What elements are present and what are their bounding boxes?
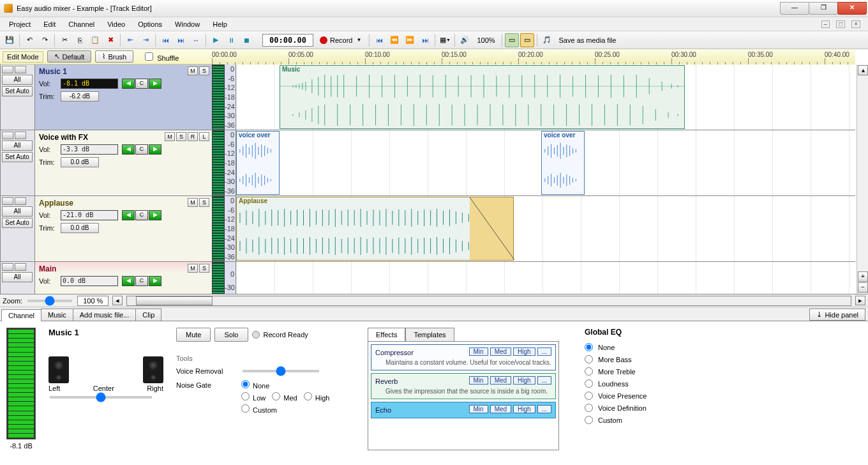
effect-reverb[interactable]: ReverbMinMedHigh...Gives the impression … (371, 373, 556, 399)
vol-left-icon[interactable]: ◀ (122, 79, 135, 89)
tab-add-music[interactable]: Add music file... (73, 309, 137, 321)
menu-help[interactable]: Help (206, 19, 234, 29)
trim-value[interactable]: -6.2 dB (61, 91, 99, 102)
loop-flag[interactable]: L (199, 132, 209, 141)
zoom-out-icon[interactable]: − (858, 282, 868, 293)
mode-default-button[interactable]: ↖ Default (47, 50, 92, 63)
pan-slider[interactable] (50, 396, 152, 399)
horizontal-scrollbar[interactable] (126, 296, 851, 306)
maximize-button[interactable]: ❐ (809, 2, 838, 15)
tab-channel[interactable]: Channel (1, 309, 41, 321)
vol-right-icon[interactable]: ▶ (149, 210, 161, 220)
track-lane[interactable]: voice over voice over (236, 130, 855, 195)
rewind-icon[interactable]: ⏪ (387, 33, 401, 47)
ng-none[interactable]: None (241, 380, 269, 390)
marker-prev-icon[interactable]: ⏮ (158, 33, 172, 47)
track-all-button[interactable]: All (2, 272, 33, 282)
fx-level-high[interactable]: High (513, 347, 535, 356)
track-mini-2-icon[interactable] (15, 132, 26, 139)
record-button[interactable]: Record▼ (315, 33, 366, 47)
scroll-up-icon[interactable]: ▴ (858, 65, 868, 75)
eq-option[interactable]: Loudness (585, 379, 700, 388)
track-all-button[interactable]: All (2, 206, 33, 217)
vol-center[interactable]: C (135, 276, 148, 286)
delete-icon[interactable]: ✖ (103, 33, 117, 47)
menu-video[interactable]: Video (101, 19, 131, 29)
track-mini-2-icon[interactable] (15, 66, 26, 73)
cut-icon[interactable]: ✂ (57, 33, 71, 47)
zoom-value[interactable]: 100 % (77, 296, 108, 306)
eq-option[interactable]: None (585, 343, 700, 351)
clip-voice2[interactable]: voice over (541, 131, 585, 195)
go-start-icon[interactable]: ⏮ (372, 33, 386, 47)
hscroll-right-icon[interactable]: ▸ (855, 296, 865, 305)
zoom-slider[interactable] (27, 300, 72, 302)
marker-region-icon[interactable]: ↔ (189, 33, 203, 47)
grid-icon[interactable]: ▦▼ (438, 33, 452, 47)
mdi-close-icon[interactable]: × (851, 20, 860, 28)
menu-options[interactable]: Options (131, 19, 168, 29)
mute-flag[interactable]: M (188, 66, 198, 75)
mute-flag[interactable]: M (188, 198, 198, 207)
clip-voice1[interactable]: voice over (236, 131, 280, 195)
undo-icon[interactable]: ↶ (22, 33, 36, 47)
forward-icon[interactable]: ⏩ (403, 33, 417, 47)
vol-center[interactable]: C (135, 210, 148, 220)
vol-value[interactable]: -8.1 dB (61, 79, 118, 89)
solo-flag[interactable]: S (199, 264, 209, 273)
fx-level-med[interactable]: Med (490, 376, 511, 385)
copy-icon[interactable]: ⎘ (73, 33, 87, 47)
fx-tab-templates[interactable]: Templates (405, 328, 454, 341)
track-mini-1-icon[interactable] (2, 197, 13, 205)
save-icon[interactable]: 💾 (3, 33, 17, 47)
solo-flag[interactable]: S (199, 66, 209, 75)
minimize-button[interactable]: — (780, 2, 809, 15)
tab-clip[interactable]: Clip (135, 309, 161, 321)
vol-right-icon[interactable]: ▶ (149, 144, 161, 155)
trim-value[interactable]: 0.0 dB (61, 157, 99, 167)
stop-icon[interactable]: ⏹ (239, 33, 253, 47)
eq-option[interactable]: Voice Definition (585, 404, 700, 412)
voice-removal-slider[interactable] (243, 370, 319, 372)
eq-option[interactable]: More Treble (585, 367, 700, 376)
vol-right-icon[interactable]: ▶ (149, 79, 161, 89)
close-button[interactable]: ✕ (837, 2, 867, 15)
record-ready-button[interactable]: Record Ready (252, 328, 308, 342)
vol-center[interactable]: C (135, 79, 148, 89)
fx-level-min[interactable]: Min (469, 405, 488, 413)
solo-flag[interactable]: S (176, 132, 186, 141)
mdi-restore-icon[interactable]: □ (836, 20, 845, 28)
mode-brush-button[interactable]: ⌇ Brush (95, 50, 133, 63)
solo-button[interactable]: Solo (214, 328, 248, 342)
mute-flag[interactable]: M (165, 132, 175, 141)
go-end-icon[interactable]: ⏭ (418, 33, 432, 47)
clip-music[interactable]: Music (280, 65, 685, 129)
paste-icon[interactable]: 📋 (88, 33, 102, 47)
track-mini-1-icon[interactable] (2, 263, 13, 271)
track-mini-2-icon[interactable] (15, 197, 26, 205)
view2-icon[interactable]: ▭ (520, 33, 534, 47)
eq-option[interactable]: Custom (585, 416, 700, 424)
redo-icon[interactable]: ↷ (38, 33, 52, 47)
effect-echo[interactable]: EchoMinMedHigh... (371, 402, 556, 418)
track-lane[interactable]: Music (236, 65, 855, 130)
vol-value[interactable]: -3.3 dB (61, 144, 118, 155)
track-setauto-button[interactable]: Set Auto (2, 86, 33, 96)
fx-level-min[interactable]: Min (469, 376, 488, 385)
menu-window[interactable]: Window (168, 19, 206, 29)
tab-music[interactable]: Music (41, 309, 73, 321)
mute-button[interactable]: Mute (176, 328, 211, 342)
speaker-icon[interactable]: 🔊 (458, 33, 472, 47)
mute-flag[interactable]: M (188, 264, 198, 273)
snap-left-icon[interactable]: ⇤ (123, 33, 137, 47)
snap-right-icon[interactable]: ⇥ (138, 33, 153, 47)
save-media-button[interactable]: Save as media file (555, 36, 620, 44)
pause-icon[interactable]: ⏸ (224, 33, 238, 47)
trim-value[interactable]: 0.0 dB (61, 223, 99, 233)
solo-flag[interactable]: S (199, 198, 209, 207)
eq-option[interactable]: More Bass (585, 355, 700, 363)
track-lane[interactable]: Applause (236, 196, 855, 261)
track-all-button[interactable]: All (2, 75, 33, 85)
vol-value[interactable]: 0.0 dB (61, 276, 118, 286)
track-setauto-button[interactable]: Set Auto (2, 218, 33, 228)
